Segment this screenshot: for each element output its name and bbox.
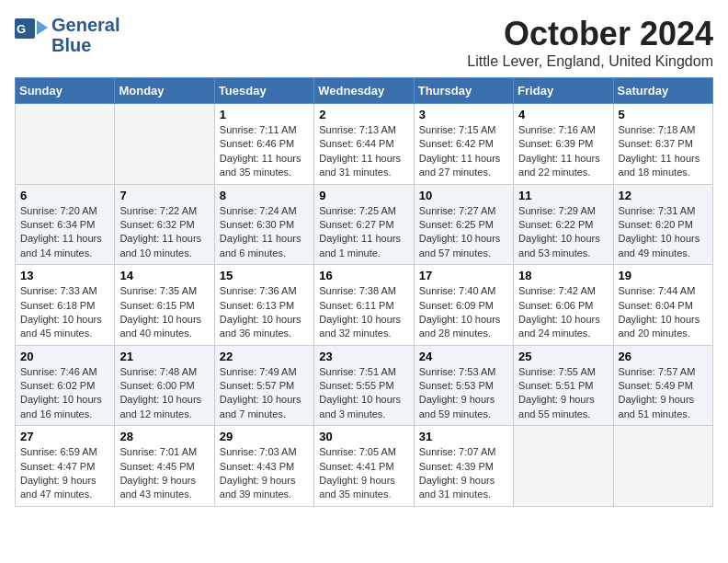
calendar-header-row: SundayMondayTuesdayWednesdayThursdayFrid… [16,78,713,104]
calendar-cell: 8Sunrise: 7:24 AMSunset: 6:30 PMDaylight… [214,184,313,265]
calendar-cell: 31Sunrise: 7:07 AMSunset: 4:39 PMDayligh… [414,426,513,507]
calendar-cell: 13Sunrise: 7:33 AMSunset: 6:18 PMDayligh… [16,265,115,346]
day-info: Sunrise: 7:24 AMSunset: 6:30 PMDaylight:… [220,204,309,261]
day-info: Sunrise: 7:25 AMSunset: 6:27 PMDaylight:… [319,204,408,261]
day-number: 18 [518,269,608,282]
day-number: 1 [220,108,309,121]
day-number: 8 [220,189,309,202]
calendar-cell: 2Sunrise: 7:13 AMSunset: 6:44 PMDaylight… [314,104,414,185]
column-header-friday: Friday [514,78,613,104]
day-number: 4 [518,108,608,121]
day-number: 7 [119,189,209,202]
day-info: Sunrise: 7:40 AMSunset: 6:09 PMDaylight:… [419,284,508,341]
day-number: 31 [419,430,508,443]
calendar-cell: 9Sunrise: 7:25 AMSunset: 6:27 PMDaylight… [314,184,414,265]
column-header-saturday: Saturday [613,78,712,104]
day-info: Sunrise: 7:36 AMSunset: 6:13 PMDaylight:… [220,284,309,341]
page-header: G General Blue October 2024 Little Lever… [15,15,713,70]
day-number: 17 [419,269,508,282]
day-info: Sunrise: 7:16 AMSunset: 6:39 PMDaylight:… [518,123,608,180]
logo-line1: General [51,15,119,35]
calendar-cell: 28Sunrise: 7:01 AMSunset: 4:45 PMDayligh… [115,426,214,507]
day-info: Sunrise: 7:33 AMSunset: 6:18 PMDaylight:… [20,284,109,341]
day-number: 25 [518,350,608,363]
day-number: 3 [419,108,508,121]
day-number: 10 [419,189,508,202]
day-number: 19 [619,269,708,282]
day-info: Sunrise: 7:13 AMSunset: 6:44 PMDaylight:… [319,123,408,180]
location: Little Lever, England, United Kingdom [467,53,713,70]
day-info: Sunrise: 7:18 AMSunset: 6:37 PMDaylight:… [619,123,708,180]
column-header-thursday: Thursday [414,78,513,104]
calendar-week-row: 13Sunrise: 7:33 AMSunset: 6:18 PMDayligh… [16,265,713,346]
calendar-cell: 26Sunrise: 7:57 AMSunset: 5:49 PMDayligh… [613,345,712,426]
day-number: 29 [220,430,309,443]
day-info: Sunrise: 7:35 AMSunset: 6:15 PMDaylight:… [119,284,209,341]
calendar-cell: 11Sunrise: 7:29 AMSunset: 6:22 PMDayligh… [514,184,613,265]
title-block: October 2024 Little Lever, England, Unit… [467,15,713,70]
day-info: Sunrise: 7:03 AMSunset: 4:43 PMDaylight:… [220,445,309,502]
calendar-cell: 12Sunrise: 7:31 AMSunset: 6:20 PMDayligh… [613,184,712,265]
day-info: Sunrise: 7:07 AMSunset: 4:39 PMDaylight:… [419,445,508,502]
column-header-monday: Monday [115,78,214,104]
day-info: Sunrise: 7:31 AMSunset: 6:20 PMDaylight:… [619,204,708,261]
calendar-week-row: 27Sunrise: 6:59 AMSunset: 4:47 PMDayligh… [16,426,713,507]
day-info: Sunrise: 7:57 AMSunset: 5:49 PMDaylight:… [619,365,708,422]
calendar-cell: 24Sunrise: 7:53 AMSunset: 5:53 PMDayligh… [414,345,513,426]
day-number: 16 [319,269,408,282]
day-number: 15 [220,269,309,282]
calendar-table: SundayMondayTuesdayWednesdayThursdayFrid… [15,77,713,507]
day-number: 9 [319,189,408,202]
day-number: 28 [119,430,209,443]
calendar-cell: 16Sunrise: 7:38 AMSunset: 6:11 PMDayligh… [314,265,414,346]
column-header-tuesday: Tuesday [214,78,313,104]
calendar-cell: 14Sunrise: 7:35 AMSunset: 6:15 PMDayligh… [115,265,214,346]
calendar-cell: 29Sunrise: 7:03 AMSunset: 4:43 PMDayligh… [214,426,313,507]
calendar-cell: 3Sunrise: 7:15 AMSunset: 6:42 PMDaylight… [414,104,513,185]
calendar-week-row: 1Sunrise: 7:11 AMSunset: 6:46 PMDaylight… [16,104,713,185]
day-number: 27 [20,430,109,443]
day-number: 11 [518,189,608,202]
day-info: Sunrise: 7:38 AMSunset: 6:11 PMDaylight:… [319,284,408,341]
column-header-sunday: Sunday [16,78,115,104]
month-title: October 2024 [467,15,713,53]
day-number: 24 [419,350,508,363]
day-number: 21 [119,350,209,363]
calendar-cell: 17Sunrise: 7:40 AMSunset: 6:09 PMDayligh… [414,265,513,346]
day-info: Sunrise: 7:05 AMSunset: 4:41 PMDaylight:… [319,445,408,502]
day-number: 2 [319,108,408,121]
day-info: Sunrise: 7:42 AMSunset: 6:06 PMDaylight:… [518,284,608,341]
day-info: Sunrise: 7:11 AMSunset: 6:46 PMDaylight:… [220,123,309,180]
calendar-cell: 18Sunrise: 7:42 AMSunset: 6:06 PMDayligh… [514,265,613,346]
calendar-week-row: 6Sunrise: 7:20 AMSunset: 6:34 PMDaylight… [16,184,713,265]
column-header-wednesday: Wednesday [314,78,414,104]
day-info: Sunrise: 7:22 AMSunset: 6:32 PMDaylight:… [119,204,209,261]
day-info: Sunrise: 6:59 AMSunset: 4:47 PMDaylight:… [20,445,109,502]
svg-text:G: G [17,22,26,36]
calendar-cell: 19Sunrise: 7:44 AMSunset: 6:04 PMDayligh… [613,265,712,346]
calendar-cell: 22Sunrise: 7:49 AMSunset: 5:57 PMDayligh… [214,345,313,426]
day-info: Sunrise: 7:48 AMSunset: 6:00 PMDaylight:… [119,365,209,422]
day-info: Sunrise: 7:01 AMSunset: 4:45 PMDaylight:… [119,445,209,502]
day-number: 6 [20,189,109,202]
day-info: Sunrise: 7:55 AMSunset: 5:51 PMDaylight:… [518,365,608,422]
calendar-cell: 5Sunrise: 7:18 AMSunset: 6:37 PMDaylight… [613,104,712,185]
calendar-cell: 25Sunrise: 7:55 AMSunset: 5:51 PMDayligh… [514,345,613,426]
logo: G General Blue [15,15,119,55]
calendar-cell: 30Sunrise: 7:05 AMSunset: 4:41 PMDayligh… [314,426,414,507]
day-number: 12 [619,189,708,202]
calendar-cell [514,426,613,507]
day-info: Sunrise: 7:46 AMSunset: 6:02 PMDaylight:… [20,365,109,422]
day-info: Sunrise: 7:49 AMSunset: 5:57 PMDaylight:… [220,365,309,422]
calendar-cell: 4Sunrise: 7:16 AMSunset: 6:39 PMDaylight… [514,104,613,185]
calendar-cell: 1Sunrise: 7:11 AMSunset: 6:46 PMDaylight… [214,104,313,185]
day-number: 23 [319,350,408,363]
day-info: Sunrise: 7:53 AMSunset: 5:53 PMDaylight:… [419,365,508,422]
day-number: 5 [619,108,708,121]
day-number: 30 [319,430,408,443]
logo-icon: G [15,18,48,52]
calendar-cell [16,104,115,185]
day-info: Sunrise: 7:51 AMSunset: 5:55 PMDaylight:… [319,365,408,422]
day-number: 14 [119,269,209,282]
day-info: Sunrise: 7:29 AMSunset: 6:22 PMDaylight:… [518,204,608,261]
